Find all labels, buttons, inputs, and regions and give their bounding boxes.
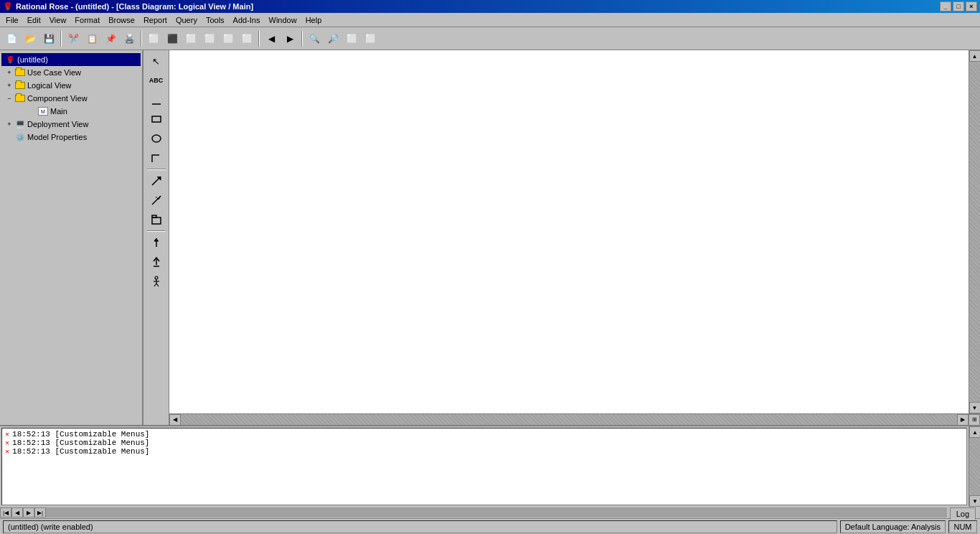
arrow-tool-btn[interactable] bbox=[146, 172, 166, 190]
scroll-up-btn[interactable]: ▲ bbox=[969, 50, 981, 62]
toolbar-btn-1[interactable]: ⬜ bbox=[145, 30, 162, 47]
tree-main-diagram[interactable]: M Main bbox=[1, 105, 141, 118]
arrow2-tool-btn[interactable] bbox=[146, 191, 166, 210]
toolbar-btn-2[interactable]: ⬛ bbox=[164, 30, 181, 47]
maximize-button[interactable]: □ bbox=[953, 1, 964, 11]
toolbar-btn-5[interactable]: ⬜ bbox=[220, 30, 237, 47]
scroll-left-btn[interactable]: ◀ bbox=[169, 414, 181, 426]
fit-button[interactable]: ⬜ bbox=[343, 30, 360, 47]
copy-button[interactable]: 📋 bbox=[83, 30, 100, 47]
minimize-button[interactable]: _ bbox=[940, 1, 951, 11]
log-nav-first[interactable]: |◀ bbox=[0, 507, 11, 517]
log-msg-2: [Customizable Menus] bbox=[50, 447, 150, 456]
corner-tool-btn[interactable] bbox=[146, 149, 166, 167]
close-button[interactable]: × bbox=[966, 1, 977, 11]
tree-component-view[interactable]: − Component View bbox=[1, 92, 141, 105]
menu-bar: File Edit View Format Browse Report Quer… bbox=[0, 13, 980, 27]
folder-use-case-icon bbox=[14, 67, 26, 78]
scroll-corner-btn[interactable]: ⊞ bbox=[969, 414, 980, 426]
scroll-track-v[interactable] bbox=[969, 62, 981, 402]
log-inner: ✕ 18:52:13 [Customizable Menus] ✕ 18:52:… bbox=[0, 426, 980, 507]
bottom-scrollbar[interactable]: ◀ ▶ ⊞ bbox=[169, 413, 980, 425]
log-nav-prev[interactable]: ◀ bbox=[11, 507, 23, 517]
log-nav-last[interactable]: ▶| bbox=[34, 507, 46, 517]
diagram-canvas[interactable] bbox=[169, 50, 969, 413]
forward-button[interactable]: ▶ bbox=[281, 30, 298, 47]
log-content: ✕ 18:52:13 [Customizable Menus] ✕ 18:52:… bbox=[1, 428, 967, 505]
toolbar-sep-2 bbox=[141, 31, 142, 47]
rect-tool-btn[interactable] bbox=[146, 110, 166, 128]
menu-query[interactable]: Query bbox=[171, 14, 202, 26]
print-button[interactable]: 🖨️ bbox=[121, 30, 138, 47]
tree-deployment-view[interactable]: + 🖥️ Deployment View bbox=[1, 118, 141, 131]
package-tool-btn[interactable] bbox=[146, 210, 166, 229]
toolbar-sep-4 bbox=[301, 31, 303, 47]
toolbar-btn-6[interactable]: ⬜ bbox=[238, 30, 255, 47]
actor-tool-btn[interactable] bbox=[146, 272, 166, 291]
menu-edit[interactable]: Edit bbox=[23, 14, 45, 26]
status-right-text: Default Language: Analysis bbox=[845, 523, 941, 531]
tree-panel-inner: 🌹 (untitled) + Use Case View + bbox=[0, 50, 142, 146]
tree-root[interactable]: 🌹 (untitled) bbox=[1, 53, 141, 66]
menu-file[interactable]: File bbox=[1, 14, 23, 26]
title-bar-controls[interactable]: _ □ × bbox=[940, 1, 977, 11]
menu-addins[interactable]: Add-Ins bbox=[229, 14, 265, 26]
menu-format[interactable]: Format bbox=[70, 14, 104, 26]
main-area: 🌹 (untitled) + Use Case View + bbox=[0, 50, 980, 518]
title-bar-text: Rational Rose - (untitled) - [Class Diag… bbox=[16, 2, 253, 11]
line-tool-btn[interactable] bbox=[146, 90, 166, 109]
log-scroll-up[interactable]: ▲ bbox=[969, 426, 980, 438]
svg-line-14 bbox=[156, 284, 159, 286]
generalize-tool-btn[interactable] bbox=[146, 253, 166, 271]
svg-rect-6 bbox=[152, 215, 156, 217]
ellipse-tool-btn[interactable] bbox=[146, 129, 166, 148]
expand-component[interactable]: − bbox=[4, 93, 14, 103]
dependency-tool-btn[interactable] bbox=[146, 233, 166, 252]
new-button[interactable]: 📄 bbox=[3, 30, 20, 47]
menu-help[interactable]: Help bbox=[301, 14, 326, 26]
open-button[interactable]: 📂 bbox=[22, 30, 39, 47]
log-h-track[interactable] bbox=[46, 507, 947, 517]
scroll-down-btn[interactable]: ▼ bbox=[969, 402, 981, 413]
expand-deployment[interactable]: + bbox=[4, 119, 14, 129]
log-x-icon-2: ✕ bbox=[5, 447, 9, 456]
log-time-0: 18:52:13 bbox=[12, 430, 50, 439]
zoom-sel-button[interactable]: ⬜ bbox=[362, 30, 379, 47]
log-time-1: 18:52:13 bbox=[12, 439, 50, 447]
menu-browse[interactable]: Browse bbox=[104, 14, 139, 26]
back-button[interactable]: ◀ bbox=[263, 30, 280, 47]
scroll-right-btn[interactable]: ▶ bbox=[957, 414, 969, 426]
tree-model-label: Model Properties bbox=[27, 133, 87, 141]
log-scrollbar[interactable]: ▲ ▼ bbox=[969, 426, 980, 507]
deployment-icon: 🖥️ bbox=[14, 118, 26, 130]
expand-use-case[interactable]: + bbox=[4, 67, 14, 78]
status-num: NUM bbox=[948, 520, 977, 533]
log-panel: ✕ 18:52:13 [Customizable Menus] ✕ 18:52:… bbox=[0, 425, 980, 518]
menu-window[interactable]: Window bbox=[265, 14, 301, 26]
zoom-out-button[interactable]: 🔎 bbox=[324, 30, 341, 47]
expand-logical[interactable]: + bbox=[4, 80, 14, 90]
save-button[interactable]: 💾 bbox=[40, 30, 57, 47]
status-left: (untitled) (write enabled) bbox=[3, 520, 837, 533]
select-tool-btn[interactable]: ↖ bbox=[146, 52, 166, 70]
menu-report[interactable]: Report bbox=[139, 14, 171, 26]
scroll-track-h[interactable] bbox=[181, 414, 957, 426]
toolbar-sep-1 bbox=[60, 31, 62, 47]
toolbar-btn-4[interactable]: ⬜ bbox=[201, 30, 218, 47]
toolbar-btn-3[interactable]: ⬜ bbox=[182, 30, 199, 47]
paste-button[interactable]: 📌 bbox=[102, 30, 119, 47]
cut-button[interactable]: ✂️ bbox=[65, 30, 82, 47]
tree-model-properties[interactable]: ⚙️ Model Properties bbox=[1, 131, 141, 144]
text-tool-btn[interactable]: ABC bbox=[146, 71, 166, 90]
menu-tools[interactable]: Tools bbox=[202, 14, 229, 26]
log-tab-log[interactable]: Log bbox=[950, 507, 976, 520]
zoom-in-button[interactable]: 🔍 bbox=[306, 30, 323, 47]
tree-use-case-view[interactable]: + Use Case View bbox=[1, 66, 141, 79]
right-scrollbar[interactable]: ▲ ▼ bbox=[969, 50, 980, 413]
menu-view[interactable]: View bbox=[45, 14, 71, 26]
log-scroll-track[interactable] bbox=[969, 438, 980, 495]
log-nav-next[interactable]: ▶ bbox=[23, 507, 34, 517]
tree-component-label: Component View bbox=[27, 94, 88, 103]
tree-logical-view[interactable]: + Logical View bbox=[1, 79, 141, 92]
svg-rect-5 bbox=[152, 217, 161, 224]
